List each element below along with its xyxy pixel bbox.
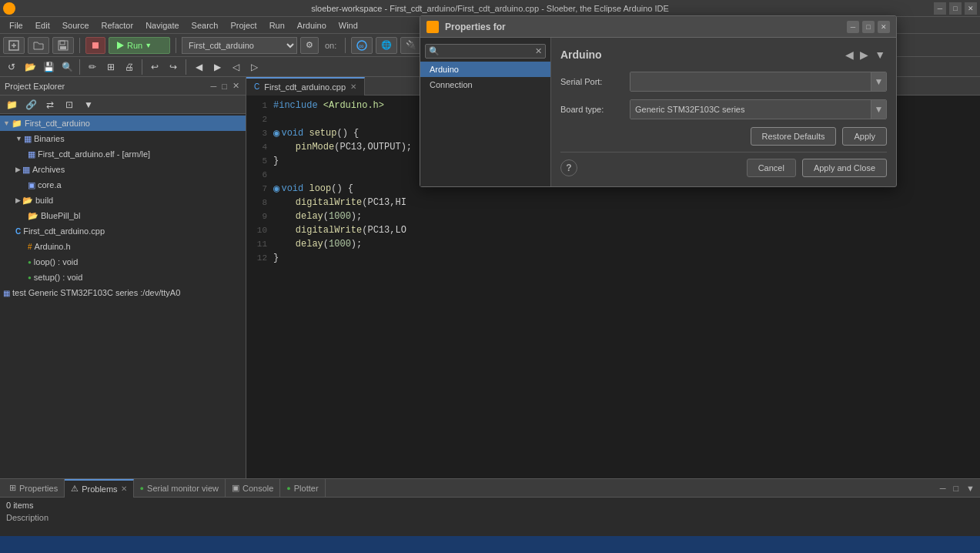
project-selector[interactable]: First_cdt_arduino <box>182 37 297 54</box>
menu-run[interactable]: Run <box>263 19 291 32</box>
panel-toolbar: 📁 🔗 ⇄ ⊡ ▼ <box>0 96 246 114</box>
run-button[interactable]: Run ▼ <box>109 37 170 54</box>
svg-rect-5 <box>60 46 66 49</box>
build-label: build <box>35 196 53 205</box>
code-line-11: 11 delay(1000); <box>246 237 980 251</box>
bottom-panel-max-btn[interactable]: □ <box>951 484 961 493</box>
tb2-open-type-btn[interactable]: 📂 <box>22 59 38 75</box>
arduino-icon-btn[interactable]: ∞ <box>351 37 373 54</box>
board-type-label: Board type: <box>560 105 630 114</box>
stop-button[interactable] <box>85 37 105 54</box>
code-line-8: 8 digitalWrite(PC13,HI <box>246 196 980 209</box>
tb2-format-btn[interactable]: ⊞ <box>102 59 119 75</box>
tb2-next2-btn[interactable]: ▷ <box>246 59 263 75</box>
menu-search[interactable]: Search <box>186 19 225 32</box>
tb2-refresh-btn[interactable]: ↺ <box>3 59 20 75</box>
tb2-undo-btn[interactable]: ↩ <box>146 59 163 75</box>
run-dropdown-icon[interactable]: ▼ <box>145 42 152 49</box>
menu-project[interactable]: Project <box>224 19 263 32</box>
minimize-button[interactable]: ─ <box>934 2 946 15</box>
tree-item-build[interactable]: ▶ 📂 build <box>0 193 246 208</box>
tb2-next-btn[interactable]: ▶ <box>209 59 226 75</box>
board-type-select-wrapper[interactable]: ▼ <box>630 99 887 119</box>
menu-arduino[interactable]: Arduino <box>291 19 333 32</box>
bottom-panel-min-btn[interactable]: ─ <box>938 484 948 493</box>
problems-tab-close[interactable]: ✕ <box>121 484 127 493</box>
sync-btn[interactable]: ⇄ <box>42 96 59 113</box>
forward-arrow-btn[interactable]: ▶ <box>858 47 870 62</box>
tree-item-elf[interactable]: ▦ First_cdt_arduino.elf - [arm/le] <box>0 146 246 162</box>
link-btn[interactable]: 🔗 <box>22 96 39 113</box>
dialog-close-btn[interactable]: ✕ <box>878 21 890 33</box>
dialog-nav-search[interactable]: 🔍 ✕ <box>425 44 546 59</box>
menu-edit[interactable]: Edit <box>29 19 56 32</box>
tb2-search-btn[interactable]: 🔍 <box>59 59 75 75</box>
save-button[interactable] <box>52 37 74 54</box>
history-dropdown-btn[interactable]: ▼ <box>873 47 887 62</box>
project-settings-button[interactable]: ⚙ <box>300 37 319 54</box>
tree-item-archives[interactable]: ▶ ▦ Archives <box>0 162 246 177</box>
dialog-search-input[interactable] <box>443 47 532 56</box>
panel-maximize-btn[interactable]: □ <box>220 81 229 91</box>
tree-item-loop[interactable]: ● loop() : void <box>0 254 246 270</box>
tab-plotter[interactable]: ● Plotter <box>280 479 325 498</box>
board-type-dropdown-btn[interactable]: ▼ <box>871 100 886 119</box>
app-icon <box>3 2 15 15</box>
clear-search-icon[interactable]: ✕ <box>535 46 542 56</box>
code-line-9: 9 delay(1000); <box>246 209 980 223</box>
tree-item-arduino-h[interactable]: # Arduino.h <box>0 239 246 254</box>
tb2-save-all-btn[interactable]: 💾 <box>40 59 57 75</box>
dialog-nav-connection[interactable]: Connection <box>420 77 550 92</box>
tb2-edit-btn[interactable]: ✏ <box>84 59 101 75</box>
serial-port-row: Serial Port: ▼ <box>560 72 887 92</box>
panel-minimize-btn[interactable]: ─ <box>209 81 219 91</box>
menu-file[interactable]: File <box>3 19 29 32</box>
tree-item-core-a[interactable]: ▣ core.a <box>0 177 246 193</box>
bottom-panel-more-btn[interactable]: ▼ <box>964 484 977 493</box>
serial-port-dropdown-btn[interactable]: ▼ <box>871 72 886 91</box>
cancel-button[interactable]: Cancel <box>747 159 796 177</box>
tb2-prev-btn[interactable]: ◀ <box>190 59 207 75</box>
dialog-nav-arduino[interactable]: Arduino <box>420 62 550 77</box>
dialog-maximize-btn[interactable]: □ <box>862 21 875 33</box>
open-button[interactable] <box>28 37 49 54</box>
tab-serial-monitor[interactable]: ● Serial monitor view <box>134 479 226 498</box>
tab-console[interactable]: ▣ Console <box>226 479 280 498</box>
serial-port-select-wrapper[interactable]: ▼ <box>630 72 887 92</box>
serial-port-input[interactable] <box>630 72 871 91</box>
tree-item-setup[interactable]: ● setup() : void <box>0 270 246 285</box>
menu-navigate[interactable]: Navigate <box>139 19 185 32</box>
close-button[interactable]: ✕ <box>965 2 977 15</box>
panel-close-btn[interactable]: ✕ <box>231 81 241 91</box>
apply-and-close-button[interactable]: Apply and Close <box>802 159 887 177</box>
globe-icon-btn[interactable]: 🌐 <box>376 37 397 54</box>
dialog-minimize-btn[interactable]: ─ <box>847 21 859 33</box>
tree-item-test[interactable]: ▦ test Generic STM32F103C series :/dev/t… <box>0 285 246 300</box>
tree-item-main-cpp[interactable]: C First_cdt_arduino.cpp <box>0 223 246 239</box>
bottom-panel: ⊞ Properties ⚠ Problems ✕ ● Serial monit… <box>0 478 980 536</box>
tb2-print-btn[interactable]: 🖨 <box>121 59 138 75</box>
apply-button[interactable]: Apply <box>842 127 887 146</box>
menu-wind[interactable]: Wind <box>333 19 364 32</box>
tab-properties[interactable]: ⊞ Properties <box>3 479 65 498</box>
menu-refactor[interactable]: Refactor <box>95 19 140 32</box>
menu-source[interactable]: Source <box>56 19 95 32</box>
back-arrow-btn[interactable]: ◀ <box>844 47 855 62</box>
panel-dropdown-btn[interactable]: ▼ <box>80 96 97 113</box>
help-icon[interactable]: ? <box>560 159 577 176</box>
tab-problems[interactable]: ⚠ Problems ✕ <box>65 479 133 498</box>
restore-defaults-button[interactable]: Restore Defaults <box>751 127 837 146</box>
new-folder-btn[interactable]: 📁 <box>3 96 20 113</box>
board-type-input[interactable] <box>630 100 871 119</box>
tb2-prev2-btn[interactable]: ◁ <box>227 59 244 75</box>
collapse-btn[interactable]: ⊡ <box>61 96 78 113</box>
tree-item-bluepill[interactable]: 📂 BluePill_bl <box>0 208 246 223</box>
editor-tab-main-cpp[interactable]: C First_cdt_arduino.cpp ✕ <box>246 77 365 96</box>
maximize-button[interactable]: □ <box>949 2 962 15</box>
new-button[interactable] <box>3 37 25 54</box>
tree-item-binaries[interactable]: ▼ ▦ Binaries <box>0 131 246 146</box>
tab-close-icon[interactable]: ✕ <box>350 82 356 91</box>
main-cpp-label: First_cdt_arduino.cpp <box>23 226 105 236</box>
tb2-redo-btn[interactable]: ↪ <box>165 59 182 75</box>
tree-item-project[interactable]: ▼ 📁 First_cdt_arduino <box>0 116 246 131</box>
